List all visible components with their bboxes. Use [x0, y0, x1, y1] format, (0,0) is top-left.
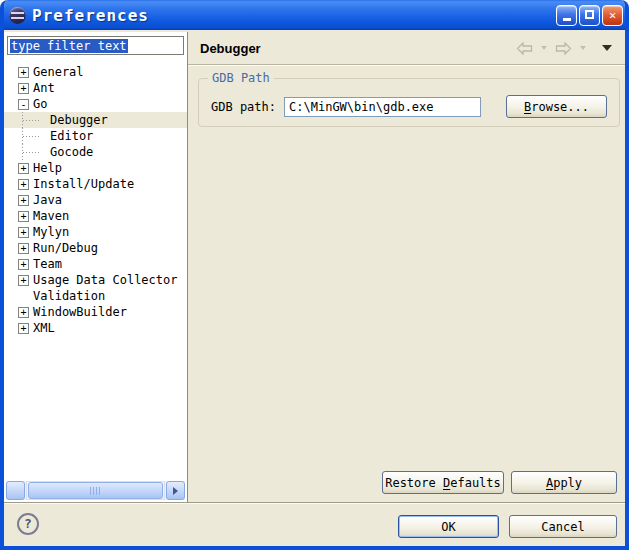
- ok-button[interactable]: OK: [398, 515, 499, 538]
- maximize-icon: [585, 10, 594, 19]
- scroll-left-button[interactable]: [6, 481, 25, 500]
- group-title: GDB Path: [208, 71, 274, 85]
- right-arrow-icon: [173, 487, 178, 495]
- preferences-sidebar: type filter text +General+Ant-GoDebugger…: [4, 32, 188, 502]
- filter-input[interactable]: type filter text: [7, 36, 184, 55]
- tree-item-label: Install/Update: [33, 177, 134, 191]
- header-divider: [188, 64, 625, 65]
- forward-history-dropdown-icon[interactable]: [580, 46, 586, 50]
- scrollbar-grip-icon: [90, 487, 101, 495]
- restore-defaults-button[interactable]: Restore Defaults: [382, 471, 504, 494]
- tree-item-go[interactable]: -Go: [4, 96, 187, 112]
- expand-icon[interactable]: +: [18, 275, 29, 286]
- expand-icon[interactable]: +: [18, 83, 29, 94]
- tree-item-help[interactable]: +Help: [4, 160, 187, 176]
- tree-item-label: Go: [33, 97, 47, 111]
- tree-connector: [18, 112, 46, 128]
- tree-item-mylyn[interactable]: +Mylyn: [4, 224, 187, 240]
- tree-item-label: Validation: [33, 289, 105, 303]
- expand-icon[interactable]: +: [18, 323, 29, 334]
- tree-item-editor[interactable]: Editor: [4, 128, 187, 144]
- minimize-icon: [563, 18, 571, 21]
- tree-item-label: Ant: [33, 81, 55, 95]
- tree-item-gocode[interactable]: Gocode: [4, 144, 187, 160]
- apply-button[interactable]: Apply: [511, 471, 617, 494]
- window-title: Preferences: [32, 6, 149, 25]
- back-history-dropdown-icon[interactable]: [541, 46, 547, 50]
- tree-item-windowbuilder[interactable]: +WindowBuilder: [4, 304, 187, 320]
- collapse-icon[interactable]: -: [18, 99, 29, 110]
- tree-item-label: Mylyn: [33, 225, 69, 239]
- maximize-button[interactable]: [579, 5, 600, 26]
- tree-connector: [18, 144, 46, 160]
- titlebar: Preferences ✕: [0, 0, 629, 30]
- tree-item-label: General: [33, 65, 84, 79]
- cancel-button[interactable]: Cancel: [509, 515, 617, 538]
- tree-item-run-debug[interactable]: +Run/Debug: [4, 240, 187, 256]
- tree-item-install-update[interactable]: +Install/Update: [4, 176, 187, 192]
- tree-item-xml[interactable]: +XML: [4, 320, 187, 336]
- horizontal-scrollbar[interactable]: [6, 481, 185, 500]
- forward-button[interactable]: [555, 42, 572, 55]
- expand-icon[interactable]: +: [18, 195, 29, 206]
- debugger-settings-panel: Debugger GDB Path GDB path:: [188, 32, 625, 502]
- back-button[interactable]: [516, 42, 533, 55]
- tree-item-usage-data-collector[interactable]: +Usage Data Collector: [4, 272, 187, 288]
- dialog-footer: ? OK Cancel: [4, 502, 625, 546]
- expand-icon[interactable]: +: [18, 179, 29, 190]
- expand-icon[interactable]: +: [18, 163, 29, 174]
- tree-item-label: Run/Debug: [33, 241, 98, 255]
- page-title: Debugger: [200, 41, 261, 56]
- tree-item-label: WindowBuilder: [33, 305, 127, 319]
- scroll-right-button[interactable]: [166, 481, 185, 500]
- tree-item-label: Help: [33, 161, 62, 175]
- expand-icon[interactable]: +: [18, 67, 29, 78]
- tree-item-team[interactable]: +Team: [4, 256, 187, 272]
- gdb-path-group: GDB Path GDB path: Browse...: [198, 78, 620, 127]
- tree-item-general[interactable]: +General: [4, 64, 187, 80]
- browse-button[interactable]: Browse...: [506, 95, 607, 118]
- expand-icon[interactable]: +: [18, 243, 29, 254]
- tree-item-label: Editor: [50, 129, 93, 143]
- tree-item-java[interactable]: +Java: [4, 192, 187, 208]
- tree-item-label: Team: [33, 257, 62, 271]
- view-menu-icon[interactable]: [602, 45, 612, 51]
- expand-icon[interactable]: +: [18, 307, 29, 318]
- expand-icon[interactable]: +: [18, 259, 29, 270]
- tree-connector: [18, 291, 29, 302]
- tree-item-ant[interactable]: +Ant: [4, 80, 187, 96]
- tree-item-maven[interactable]: +Maven: [4, 208, 187, 224]
- tree-item-label: Gocode: [50, 145, 93, 159]
- tree-item-label: Usage Data Collector: [33, 273, 178, 287]
- preferences-dialog: Preferences ✕ type filter text +General+…: [0, 0, 629, 550]
- close-button[interactable]: ✕: [602, 5, 623, 26]
- tree-item-label: XML: [33, 321, 55, 335]
- tree-item-debugger[interactable]: Debugger: [4, 112, 187, 128]
- minimize-button[interactable]: [556, 5, 577, 26]
- tree-connector: [18, 128, 46, 144]
- expand-icon[interactable]: +: [18, 227, 29, 238]
- scrollbar-thumb[interactable]: [28, 482, 163, 499]
- gdb-path-label: GDB path:: [211, 100, 276, 114]
- filter-input-text: type filter text: [10, 39, 128, 53]
- tree-item-label: Debugger: [50, 113, 108, 127]
- scrollbar-track[interactable]: [26, 481, 165, 500]
- gdb-path-input[interactable]: [284, 97, 481, 117]
- eclipse-logo-icon: [9, 7, 26, 24]
- help-button[interactable]: ?: [17, 513, 39, 535]
- tree-item-validation[interactable]: Validation: [4, 288, 187, 304]
- expand-icon[interactable]: +: [18, 211, 29, 222]
- tree-item-label: Maven: [33, 209, 69, 223]
- tree: +General+Ant-GoDebuggerEditorGocode+Help…: [4, 64, 187, 336]
- tree-item-label: Java: [33, 193, 62, 207]
